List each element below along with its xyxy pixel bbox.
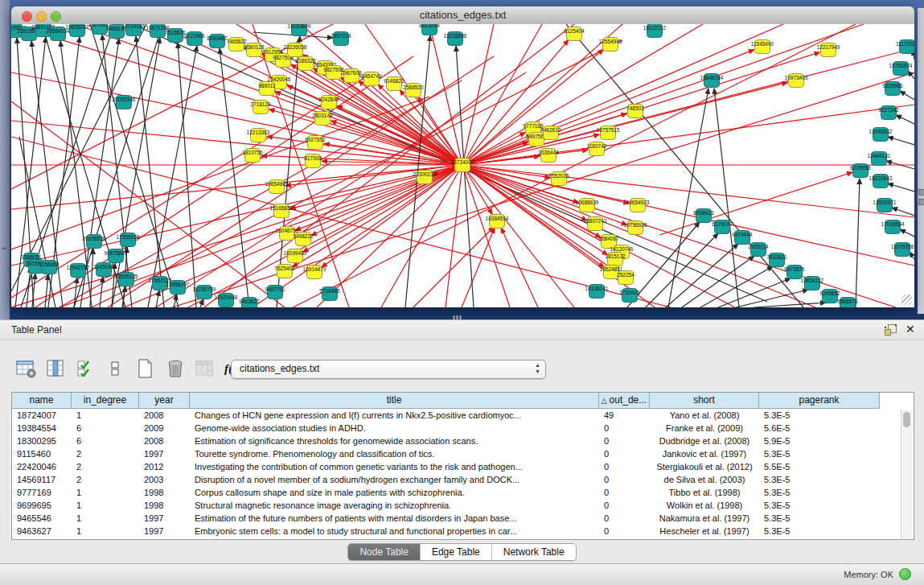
show-columns-icon[interactable]: [46, 358, 67, 379]
table-cell[interactable]: 0: [599, 460, 650, 473]
graph-edge[interactable]: [900, 229, 914, 237]
table-cell[interactable]: 14569117: [12, 473, 72, 486]
float-panel-icon[interactable]: [885, 324, 897, 336]
graph-edge[interactable]: [566, 24, 803, 307]
table-cell[interactable]: Jankovic et al. (1997): [650, 447, 759, 460]
graph-edge[interactable]: [856, 179, 860, 307]
column-header-pagerank[interactable]: pagerank: [759, 393, 880, 409]
graph-edge[interactable]: [892, 208, 914, 216]
graph-edge[interactable]: [714, 89, 739, 307]
table-cell[interactable]: 2003: [139, 473, 190, 486]
network-window-titlebar[interactable]: citations_edges.txt: [11, 6, 914, 25]
table-cell[interactable]: 5.3E-5: [759, 409, 880, 422]
graph-edge[interactable]: [317, 165, 462, 307]
network-view-canvas[interactable]: 2610557323915594268914362058403410655287…: [11, 24, 914, 307]
table-cell[interactable]: 6: [72, 435, 139, 447]
table-settings-icon[interactable]: [16, 358, 37, 379]
graph-edge[interactable]: [754, 303, 826, 307]
select-rows-icon[interactable]: [76, 358, 97, 379]
column-header-name[interactable]: name: [12, 393, 72, 409]
table-cell[interactable]: Yano et al. (2008): [650, 409, 759, 422]
table-cell[interactable]: 2: [72, 460, 139, 473]
table-cell[interactable]: 5.5E-5: [759, 460, 880, 473]
table-scrollbar[interactable]: [901, 410, 913, 538]
table-row[interactable]: 2242004622012Investigating the contribut…: [12, 460, 914, 473]
table-cell[interactable]: Disruption of a novel member of a sodium…: [190, 473, 599, 486]
table-cell[interactable]: 5.3E-5: [759, 486, 880, 499]
table-cell[interactable]: Genome-wide association studies in ADHD.: [190, 422, 599, 435]
table-row[interactable]: 911546021997Tourette syndrome. Phenomeno…: [12, 447, 914, 460]
table-cell[interactable]: 1997: [139, 447, 190, 460]
table-cell[interactable]: Changes of HCN gene expression and I(f) …: [190, 409, 599, 422]
table-cell[interactable]: Stergiakouli et al. (2012): [650, 460, 759, 473]
table-cell[interactable]: 2012: [139, 460, 190, 473]
graph-edge[interactable]: [888, 137, 914, 145]
graph-edge[interactable]: [659, 172, 852, 235]
table-cell[interactable]: Nakamura et al. (1997): [650, 512, 759, 525]
table-cell[interactable]: Hescheler et al. (1997): [650, 525, 759, 538]
table-cell[interactable]: Estimation of the future numbers of pati…: [190, 512, 599, 525]
table-body[interactable]: 1872400712008Changes of HCN gene express…: [12, 409, 914, 538]
table-cell[interactable]: Embryonic stem cells: a model to study s…: [190, 525, 599, 538]
table-cell[interactable]: 1: [72, 499, 139, 512]
graph-edge[interactable]: [90, 249, 93, 307]
table-cell[interactable]: 5.3E-5: [759, 512, 880, 525]
table-cell[interactable]: 0: [599, 499, 650, 512]
table-cell[interactable]: 5.3E-5: [759, 525, 880, 538]
table-cell[interactable]: 0: [599, 422, 650, 435]
graph-edge[interactable]: [275, 92, 462, 165]
import-table-icon[interactable]: [195, 358, 216, 379]
table-cell[interactable]: 22420046: [12, 460, 72, 473]
column-header-title[interactable]: title: [190, 393, 599, 409]
table-cell[interactable]: 9465546: [12, 512, 72, 525]
table-cell[interactable]: Tibbo et al. (1998): [650, 486, 759, 499]
table-cell[interactable]: 1998: [139, 499, 190, 512]
table-cell[interactable]: 1997: [139, 525, 190, 538]
table-row[interactable]: 1456911722003Disruption of a novel membe…: [12, 473, 914, 486]
graph-edge[interactable]: [462, 50, 754, 165]
table-cell[interactable]: 0: [599, 512, 650, 525]
table-header-row[interactable]: namein_degreeyeartitle△out_de...shortpag…: [12, 393, 914, 409]
table-cell[interactable]: 49: [599, 409, 650, 422]
table-row[interactable]: 969969511998Structural magnetic resonanc…: [12, 499, 914, 512]
table-cell[interactable]: 2: [72, 447, 139, 460]
close-window-button[interactable]: [22, 11, 32, 22]
table-cell[interactable]: 5.3E-5: [759, 499, 880, 512]
graph-edge[interactable]: [178, 43, 196, 307]
minimize-window-button[interactable]: [36, 11, 47, 22]
table-cell[interactable]: 1: [72, 525, 139, 538]
window-resize-grip[interactable]: [901, 295, 912, 305]
table-cell[interactable]: Investigating the contribution of common…: [190, 460, 599, 473]
graph-edge[interactable]: [462, 228, 495, 307]
graph-edge[interactable]: [462, 49, 603, 165]
new-column-icon[interactable]: [135, 358, 156, 379]
tab-edge-table[interactable]: Edge Table: [421, 544, 492, 560]
table-row[interactable]: 946362711997Embryonic stem cells: a mode…: [12, 525, 914, 538]
table-row[interactable]: 1830029562008Estimation of significance …: [12, 435, 914, 447]
delete-icon[interactable]: [165, 358, 186, 379]
graph-edge[interactable]: [501, 228, 538, 307]
table-cell[interactable]: 0: [599, 525, 650, 538]
graph-edge[interactable]: [900, 91, 914, 100]
table-cell[interactable]: 1: [72, 512, 139, 525]
graph-edge[interactable]: [462, 24, 494, 165]
graph-edge[interactable]: [896, 115, 914, 124]
table-cell[interactable]: 18724007: [12, 409, 72, 422]
table-cell[interactable]: 5.3E-5: [759, 473, 880, 486]
table-cell[interactable]: Corpus callosum shape and size in male p…: [190, 486, 599, 499]
table-row[interactable]: 946554611997Estimation of the future num…: [12, 512, 914, 525]
graph-edge[interactable]: [462, 165, 815, 307]
table-cell[interactable]: de Silva et al. (2003): [650, 473, 759, 486]
column-header-short[interactable]: short: [650, 393, 759, 409]
graph-edge[interactable]: [11, 165, 462, 266]
graph-edge[interactable]: [888, 183, 914, 192]
table-cell[interactable]: 2: [72, 473, 139, 486]
table-cell[interactable]: 1997: [139, 512, 190, 525]
column-header-out_de[interactable]: △out_de...: [599, 393, 650, 409]
graph-edge[interactable]: [220, 48, 249, 307]
table-cell[interactable]: 2008: [139, 435, 190, 447]
table-cell[interactable]: 9463627: [12, 525, 72, 538]
table-cell[interactable]: 9115460: [12, 447, 72, 460]
graph-edge[interactable]: [462, 165, 914, 217]
table-cell[interactable]: 0: [599, 486, 650, 499]
